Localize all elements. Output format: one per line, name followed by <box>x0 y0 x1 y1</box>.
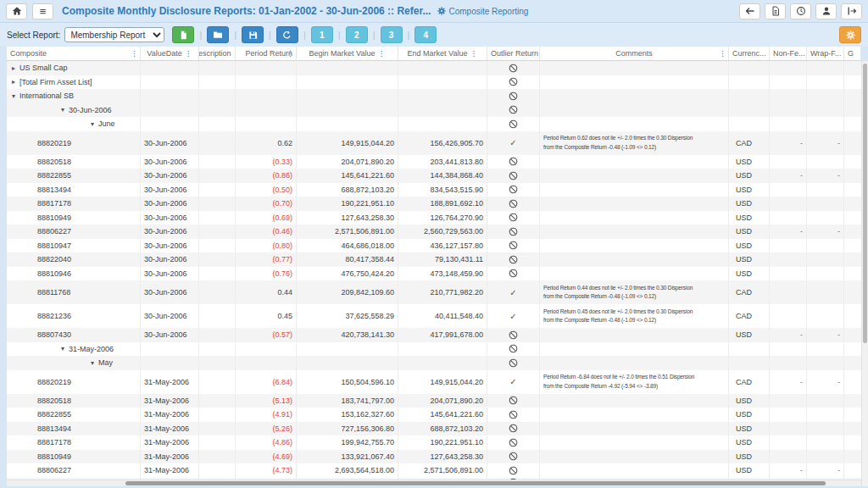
vertical-scrollbar-thumb[interactable] <box>863 64 867 343</box>
data-row[interactable]: 8880743030-Jun-2006(0.57)420,738,141.304… <box>7 328 861 342</box>
data-row[interactable]: 8882123630-Jun-20060.4537,625,558.2940,4… <box>7 304 861 328</box>
refresh-icon <box>282 30 292 40</box>
data-row[interactable]: 8881176830-Jun-20060.44209,842,109.60210… <box>7 280 861 304</box>
vertical-scrollbar[interactable] <box>861 61 868 486</box>
data-row[interactable]: 8882204030-Jun-2006(0.77)80,417,358.4479… <box>7 252 861 267</box>
report-grid: Composite⋮ValueDate⋮Description⋮Period R… <box>7 47 861 486</box>
period-return-value: (5.13) <box>272 396 292 405</box>
cell-description <box>199 408 236 422</box>
collapse-caret-icon[interactable]: ▾ <box>61 345 64 352</box>
tree-group-row[interactable]: ▾30-Jun-2006 <box>7 103 861 118</box>
tree-group-row[interactable]: ▾31-May-2006 <box>7 342 861 357</box>
expand-caret-icon[interactable]: ▸ <box>12 78 15 86</box>
column-header-currency[interactable]: Currenc... <box>729 47 770 60</box>
back-button[interactable] <box>739 3 760 19</box>
cell-end: 436,127,157.80 <box>398 239 487 253</box>
column-header-comments[interactable]: Comments⋮ <box>540 47 729 60</box>
data-row[interactable]: 8881094930-Jun-2006(0.69)127,643,258.301… <box>7 211 861 225</box>
data-row[interactable]: 8881094931-May-2006(4.69)133,921,067.401… <box>7 450 861 464</box>
tree-group-row[interactable]: ▾June <box>7 117 861 131</box>
data-row[interactable]: 8880622731-May-2006(4.73)2,693,564,518.0… <box>7 463 861 478</box>
data-row[interactable]: 8882021931-May-2006(6.84)150,504,596.101… <box>7 370 861 394</box>
cell-valuedate: 31-May-2006 <box>141 435 199 450</box>
cell-nonfee: - <box>770 169 807 183</box>
cell-composite: 88810947 <box>7 239 141 253</box>
user-button[interactable] <box>815 3 837 19</box>
column-menu-icon[interactable]: ⋮ <box>185 49 192 58</box>
column-menu-icon[interactable]: ⋮ <box>470 49 477 58</box>
page-button-3[interactable]: 3 <box>381 26 403 43</box>
collapse-caret-icon[interactable]: ▾ <box>61 106 64 114</box>
data-row[interactable]: 8882021930-Jun-20060.62149,915,044.20156… <box>7 131 861 155</box>
expand-caret-icon[interactable]: ▸ <box>12 64 15 72</box>
save-button[interactable] <box>242 26 264 43</box>
column-menu-icon[interactable]: ⋮ <box>377 49 385 58</box>
page-button-1[interactable]: 1 <box>311 26 333 43</box>
column-menu-icon[interactable]: ⋮ <box>287 49 294 58</box>
cell-g <box>844 463 861 478</box>
refresh-button[interactable] <box>276 26 298 43</box>
settings-button[interactable] <box>839 26 861 43</box>
cell-period_return: (0.70) <box>236 197 297 211</box>
column-header-begin[interactable]: Begin Market Value⋮ <box>297 47 398 60</box>
cell-nonfee: - <box>770 328 807 342</box>
column-header-outlier[interactable]: Outlier Return C... <box>487 47 540 60</box>
column-label: Period Return <box>245 49 292 58</box>
data-row[interactable]: 8880622730-Jun-2006(0.46)2,571,506,891.0… <box>7 225 861 239</box>
collapse-caret-icon[interactable]: ▾ <box>91 359 94 367</box>
horizontal-scrollbar[interactable] <box>7 480 861 486</box>
cell-end: 190,221,951.10 <box>398 435 487 450</box>
data-row[interactable]: 8881717830-Jun-2006(0.70)190,221,951.101… <box>7 197 861 211</box>
data-row[interactable]: 8881094630-Jun-2006(0.76)476,750,424.204… <box>7 267 861 281</box>
column-header-composite[interactable]: Composite⋮ <box>7 47 141 60</box>
collapse-caret-icon[interactable]: ▾ <box>91 120 94 128</box>
tree-group-row[interactable]: ▾May <box>7 356 861 370</box>
horizontal-scrollbar-thumb[interactable] <box>125 481 826 485</box>
data-row[interactable]: 8882285531-May-2006(4.91)153,162,327.601… <box>7 408 861 422</box>
data-row[interactable]: 8882051831-May-2006(5.13)183,741,797.002… <box>7 394 861 408</box>
data-row[interactable]: 8882285530-Jun-2006(0.86)145,641,221.601… <box>7 169 861 183</box>
data-row[interactable]: 8881349431-May-2006(5.26)727,156,306.806… <box>7 422 861 436</box>
column-header-end[interactable]: End Market Value⋮ <box>398 47 487 60</box>
column-header-wrapfee[interactable]: Wrap-F... <box>807 47 844 60</box>
tree-group-row[interactable]: ▾International SB <box>7 89 861 103</box>
column-menu-icon[interactable]: ⋮ <box>719 49 726 58</box>
page-button-2[interactable]: 2 <box>346 26 368 43</box>
tree-group-row[interactable]: ▸[Total Firm Asset List] <box>7 75 861 90</box>
data-row[interactable]: 8881717831-May-2006(4.86)199,942,755.701… <box>7 435 861 450</box>
open-folder-button[interactable] <box>207 26 229 43</box>
data-row[interactable]: 8881094730-Jun-2006(0.80)464,686,018.004… <box>7 239 861 253</box>
column-header-g[interactable]: G <box>844 47 861 60</box>
column-header-valuedate[interactable]: ValueDate⋮ <box>141 47 199 60</box>
period-return-value: (4.91) <box>272 410 292 419</box>
cell-nonfee <box>770 61 807 75</box>
home-button[interactable] <box>6 3 27 19</box>
cell-begin <box>297 117 398 131</box>
column-header-period_return[interactable]: Period Return⋮ <box>236 47 297 60</box>
logout-button[interactable] <box>841 3 862 19</box>
cell-description <box>199 370 236 394</box>
column-header-description[interactable]: Description⋮ <box>199 47 236 60</box>
cell-description <box>199 155 236 169</box>
export-report-button[interactable] <box>172 26 194 43</box>
page-button-4[interactable]: 4 <box>415 26 437 43</box>
column-menu-icon[interactable]: ⋮ <box>131 49 138 58</box>
column-header-nonfee[interactable]: Non-Fe... <box>770 47 807 60</box>
data-row[interactable]: 8881349430-Jun-2006(0.50)688,872,103.208… <box>7 183 861 197</box>
tree-group-row[interactable]: ▸US Small Cap <box>7 61 861 75</box>
composite-reporting-badge[interactable]: Composite Reporting <box>437 7 528 16</box>
cell-valuedate <box>141 342 199 357</box>
report-document-button[interactable] <box>765 3 786 19</box>
cell-wrapfee <box>807 103 844 118</box>
outlier-blocked-icon <box>509 438 518 447</box>
cell-currency: USD <box>729 225 770 239</box>
cell-valuedate: 31-May-2006 <box>141 408 199 422</box>
cell-outlier: ✓ <box>487 370 540 394</box>
menu-button[interactable]: ≡ <box>32 3 53 19</box>
column-label: Non-Fe... <box>773 49 805 58</box>
period-return-value: (0.50) <box>272 186 292 194</box>
data-row[interactable]: 8882051830-Jun-2006(0.33)204,071,890.202… <box>7 155 861 169</box>
report-select[interactable]: Membership Report <box>64 27 164 42</box>
collapse-caret-icon[interactable]: ▾ <box>12 92 15 100</box>
history-button[interactable] <box>790 3 811 19</box>
